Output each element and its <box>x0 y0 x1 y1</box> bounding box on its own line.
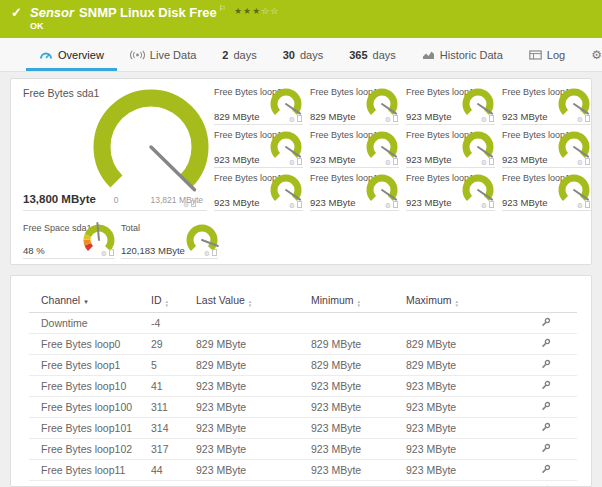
table-row: Free Bytes loop100311923 MByte923 MByte9… <box>29 397 577 418</box>
mini-gauge-icons: ⚙ <box>385 114 398 123</box>
gauge-settings-icon[interactable]: ⚙ <box>289 202 295 209</box>
mini-gauge-value: 923 MByte <box>502 197 547 208</box>
gauge-settings-icon[interactable]: ⚙ <box>204 250 210 257</box>
cell-channel: Downtime <box>29 313 151 334</box>
gauge-settings-icon[interactable]: ⚙ <box>481 159 487 166</box>
channel-table: Channel▾ID▴▾Last Value▴▾Minimum▴▾Maximum… <box>29 288 577 487</box>
table-header-row: Channel▾ID▴▾Last Value▴▾Minimum▴▾Maximum… <box>29 288 577 313</box>
mini-gauge-value: 923 MByte <box>406 111 451 122</box>
mini-gauge-icons: ⚙ <box>481 157 494 166</box>
gauge-pin-icon[interactable] <box>393 158 398 165</box>
gauge-pin-icon[interactable] <box>191 200 196 207</box>
gauge-icon <box>39 49 53 60</box>
tab-2-days[interactable]: 2days <box>209 38 269 71</box>
tab-historic-data[interactable]: Historic Data <box>409 38 516 71</box>
tab-log[interactable]: Log <box>516 38 578 71</box>
gauge-settings-icon[interactable]: ⚙ <box>289 159 295 166</box>
primary-gauge-dial <box>93 89 209 205</box>
sort-neutral-icon: ▴▾ <box>358 299 361 307</box>
gauge-pin-icon[interactable] <box>109 249 114 256</box>
column-header-minimum[interactable]: Minimum▴▾ <box>311 288 406 313</box>
tab-30-days[interactable]: 30days <box>270 38 337 71</box>
tab-number: 365 <box>349 49 367 61</box>
mini-gauge-cell: Free Bytes loop0829 MByte⚙ <box>214 85 303 125</box>
gauge-pin-icon[interactable] <box>297 158 302 165</box>
column-label: Channel <box>41 294 80 306</box>
star-filled-icon[interactable]: ★ <box>234 6 243 16</box>
tab-live-data[interactable]: Live Data <box>117 38 209 71</box>
cell-max: 923 MByte <box>406 439 541 460</box>
flag-icon[interactable]: ⚐ <box>219 4 226 13</box>
mini-gauge-cell: Free Bytes loop102923 MByte⚙ <box>310 128 399 168</box>
column-header-id[interactable]: ID▴▾ <box>151 288 196 313</box>
cell-last: 923 MByte <box>196 439 311 460</box>
star-filled-icon[interactable]: ★ <box>243 6 252 16</box>
gauge-pin-icon[interactable] <box>489 115 494 122</box>
gauge-pin-icon[interactable] <box>489 201 494 208</box>
edit-channel-icon[interactable] <box>541 401 551 413</box>
gauge-settings-icon[interactable]: ⚙ <box>101 250 107 257</box>
sort-down-icon: ▾ <box>456 303 459 307</box>
gauge-pin-icon[interactable] <box>585 158 590 165</box>
column-label: ID <box>151 294 162 306</box>
gauge-settings-icon[interactable]: ⚙ <box>577 202 583 209</box>
column-header-channel[interactable]: Channel▾ <box>29 288 151 313</box>
gauge-pin-icon[interactable] <box>585 201 590 208</box>
gauges-panel: Free Bytes sda1 13,800 MByte 0 13,821 MB… <box>10 78 592 265</box>
edit-channel-icon[interactable] <box>541 317 551 329</box>
cell-min: 923 MByte <box>311 460 406 481</box>
mini-gauge-icons: ⚙ <box>577 114 590 123</box>
primary-gauge-scale-min: 0 <box>106 195 126 205</box>
mini-gauge-value: 923 MByte <box>310 154 355 165</box>
table-row: Free Bytes loop1144923 MByte923 MByte923… <box>29 460 577 481</box>
gauge-settings-icon[interactable]: ⚙ <box>183 201 189 208</box>
gauge-settings-icon[interactable]: ⚙ <box>481 116 487 123</box>
edit-channel-icon[interactable] <box>541 422 551 434</box>
log-icon <box>529 50 542 60</box>
cell-actions <box>541 376 577 397</box>
star-filled-icon[interactable]: ★ <box>252 6 261 16</box>
edit-channel-icon[interactable] <box>541 359 551 371</box>
gauge-settings-icon[interactable]: ⚙ <box>577 159 583 166</box>
gauge-settings-icon[interactable]: ⚙ <box>577 116 583 123</box>
tab-365-days[interactable]: 365days <box>336 38 409 71</box>
gauge-settings-icon[interactable]: ⚙ <box>481 202 487 209</box>
cell-last: 923 MByte <box>196 397 311 418</box>
cell-last: 923 MByte <box>196 460 311 481</box>
sort-neutral-icon: ▴▾ <box>456 299 459 307</box>
column-header-maximum[interactable]: Maximum▴▾ <box>406 288 541 313</box>
cell-id: 311 <box>151 397 196 418</box>
mini-gauge-cell: Free Bytes loop12923 MByte⚙ <box>502 128 591 168</box>
cell-actions <box>541 334 577 355</box>
sensor-header: ✓ SensorSNMP Linux Disk Free⚐★★★☆☆ OK <box>0 0 602 38</box>
gauge-pin-icon[interactable] <box>297 115 302 122</box>
cell-id: 317 <box>151 439 196 460</box>
edit-channel-icon[interactable] <box>541 380 551 392</box>
gauge-pin-icon[interactable] <box>393 115 398 122</box>
star-empty-icon[interactable]: ☆ <box>261 6 270 16</box>
gauge-settings-icon[interactable]: ⚙ <box>385 202 391 209</box>
tab-overview[interactable]: Overview <box>26 38 117 71</box>
page-title[interactable]: SNMP Linux Disk Free <box>79 5 217 20</box>
gauge-settings-icon[interactable]: ⚙ <box>385 159 391 166</box>
priority-stars[interactable]: ★★★☆☆ <box>234 6 279 16</box>
gauge-pin-icon[interactable] <box>212 249 217 256</box>
gauge-pin-icon[interactable] <box>297 201 302 208</box>
gauge-settings-icon[interactable]: ⚙ <box>385 116 391 123</box>
cell-id: 41 <box>151 376 196 397</box>
cell-max: 829 MByte <box>406 334 541 355</box>
mini-gauge-value: 923 MByte <box>502 111 547 122</box>
tab-label: Live Data <box>150 49 196 61</box>
star-empty-icon[interactable]: ☆ <box>270 6 279 16</box>
mini-gauge-value: 829 MByte <box>214 111 259 122</box>
cell-last: 923 MByte <box>196 481 311 487</box>
column-header-last-value[interactable]: Last Value▴▾ <box>196 288 311 313</box>
gauge-pin-icon[interactable] <box>393 201 398 208</box>
gauge-pin-icon[interactable] <box>489 158 494 165</box>
gauge-settings-icon[interactable]: ⚙ <box>289 116 295 123</box>
gauge-pin-icon[interactable] <box>585 115 590 122</box>
tab-settings[interactable]: ⚙Settings <box>578 38 602 71</box>
edit-channel-icon[interactable] <box>541 464 551 476</box>
edit-channel-icon[interactable] <box>541 338 551 350</box>
edit-channel-icon[interactable] <box>541 443 551 455</box>
